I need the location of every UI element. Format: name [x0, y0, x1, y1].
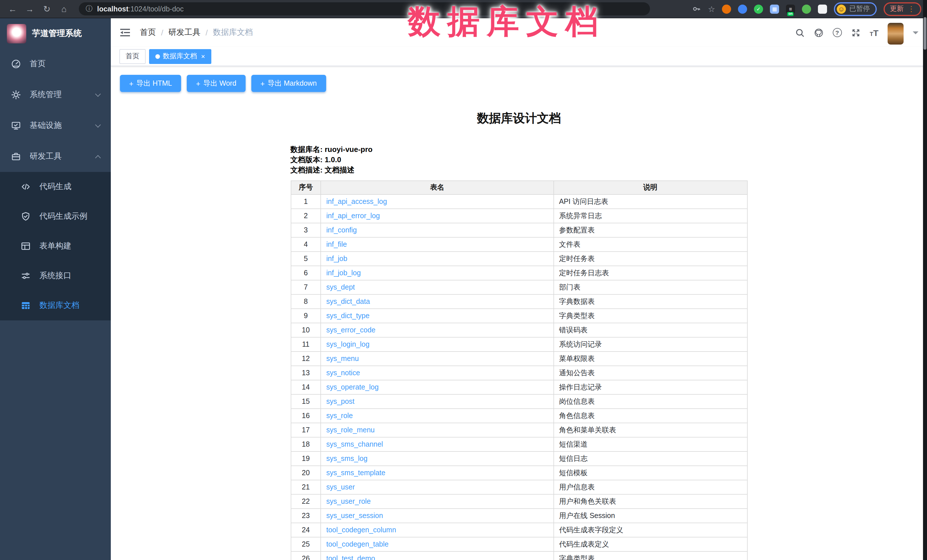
tag-active[interactable]: 数据库文档× — [149, 49, 211, 64]
profile-chip[interactable]: ☺ 已暂停 — [834, 2, 877, 16]
table-cell-name: sys_sms_log — [321, 451, 553, 466]
table-row: 5inf_job定时任务表 — [291, 252, 747, 266]
table-name-link[interactable]: sys_menu — [326, 355, 359, 363]
browser-forward-icon[interactable]: → — [23, 2, 36, 16]
ext-puzzle-icon[interactable] — [818, 4, 827, 14]
table-name-link[interactable]: sys_dict_data — [326, 297, 370, 305]
key-icon[interactable] — [693, 5, 701, 13]
sidebar-item-db-doc[interactable]: 数据库文档 — [0, 291, 111, 320]
sidebar-item-label: 数据库文档 — [40, 300, 100, 311]
sidebar-item-system-api[interactable]: 系统接口 — [0, 261, 111, 291]
table-name-link[interactable]: inf_api_access_log — [326, 197, 387, 206]
ext-blue-grid-icon[interactable]: ▦ — [770, 4, 779, 14]
toolbox-icon — [11, 151, 21, 162]
table-row: 20sys_sms_template短信模板 — [291, 466, 747, 480]
table-name-link[interactable]: inf_api_error_log — [326, 212, 380, 220]
ext-dark-on-icon[interactable]: ≡on — [786, 4, 795, 14]
sidebar-item-dev-tools[interactable]: 研发工具 — [0, 141, 111, 172]
export-button[interactable]: +导出 Markdown — [251, 75, 326, 92]
tag-item[interactable]: 首页 — [119, 49, 146, 64]
breadcrumb-item[interactable]: 研发工具 — [169, 27, 201, 38]
table-cell-seq: 7 — [291, 280, 321, 294]
sidebar-item-codegen-demo[interactable]: 代码生成示例 — [0, 202, 111, 231]
table-name-link[interactable]: sys_operate_log — [326, 383, 378, 391]
table-name-link[interactable]: sys_user — [326, 483, 355, 491]
table-cell-seq: 19 — [291, 451, 321, 466]
user-avatar[interactable] — [887, 23, 904, 44]
browser-home-icon[interactable]: ⌂ — [57, 2, 71, 16]
sidebar-item-home[interactable]: 首页 — [0, 49, 111, 79]
font-size-icon[interactable]: TT — [869, 28, 878, 37]
sidebar-item-system[interactable]: 系统管理 — [0, 79, 111, 110]
breadcrumb-item[interactable]: 首页 — [140, 27, 156, 38]
table-name-link[interactable]: sys_post — [326, 398, 354, 405]
table-name-link[interactable]: sys_sms_template — [326, 469, 385, 477]
table-cell-desc: 操作日志记录 — [553, 380, 747, 395]
browser-update-button[interactable]: 更新 ⋮ — [884, 2, 921, 16]
search-icon[interactable] — [795, 28, 804, 37]
table-cell-name: inf_api_error_log — [321, 209, 553, 223]
app-logo-row[interactable]: 芋道管理系统 — [0, 18, 111, 49]
export-button[interactable]: +导出 Word — [187, 75, 245, 92]
table-cell-name: sys_dict_type — [321, 309, 553, 323]
ext-blue-pin-icon[interactable] — [738, 4, 747, 14]
table-cell-seq: 25 — [291, 537, 321, 551]
table-name-link[interactable]: tool_codegen_table — [326, 540, 388, 548]
table-cell-desc: 用户在线 Session — [553, 508, 747, 523]
sidebar-item-label: 系统管理 — [30, 90, 87, 100]
ext-orange-icon[interactable] — [722, 4, 731, 14]
table-row: 19sys_sms_log短信日志 — [291, 451, 747, 466]
table-name-link[interactable]: sys_user_session — [326, 512, 383, 520]
ext-green-check-icon[interactable]: ✓ — [754, 4, 763, 14]
table-name-link[interactable]: tool_codegen_column — [326, 526, 396, 534]
table-name-link[interactable]: sys_sms_log — [326, 455, 368, 463]
breadcrumb: 首页/研发工具/数据库文档 — [140, 27, 253, 38]
gear-icon — [11, 90, 21, 100]
table-name-link[interactable]: sys_error_code — [326, 326, 375, 334]
table-name-link[interactable]: inf_job — [326, 255, 347, 263]
sidebar-item-form-build[interactable]: 表单构建 — [0, 231, 111, 261]
table-name-link[interactable]: sys_role_menu — [326, 426, 375, 434]
table-name-link[interactable]: sys_dept — [326, 283, 355, 291]
browser-back-icon[interactable]: ← — [6, 2, 20, 16]
table-name-link[interactable]: sys_dict_type — [326, 312, 369, 320]
user-menu-caret-icon[interactable] — [913, 31, 918, 34]
breadcrumb-separator: / — [161, 28, 163, 37]
table-name-link[interactable]: inf_file — [326, 240, 347, 249]
fullscreen-icon[interactable] — [851, 28, 860, 37]
table-name-link[interactable]: inf_job_log — [326, 269, 361, 277]
table-name-link[interactable]: sys_login_log — [326, 340, 369, 348]
table-row: 24tool_codegen_column代码生成表字段定义 — [291, 523, 747, 537]
export-button[interactable]: +导出 HTML — [120, 75, 181, 92]
table-cell-seq: 1 — [291, 194, 321, 209]
help-icon[interactable]: ? — [833, 28, 842, 37]
sidebar-collapse-icon[interactable] — [119, 27, 131, 38]
table-name-link[interactable]: sys_sms_channel — [326, 440, 383, 448]
address-bar[interactable]: ⓘ localhost:1024/tool/db-doc — [79, 2, 650, 15]
table-name-link[interactable]: sys_role — [326, 412, 353, 420]
breadcrumb-item: 数据库文档 — [213, 27, 253, 38]
table-cell-name: sys_sms_channel — [321, 437, 553, 451]
site-info-icon[interactable]: ⓘ — [86, 4, 93, 14]
table-cell-desc: 错误码表 — [553, 323, 747, 337]
bookmark-star-icon[interactable]: ☆ — [708, 4, 715, 14]
profile-emoji-icon: ☺ — [837, 4, 846, 14]
browser-scrollbar[interactable] — [923, 0, 927, 560]
table-name-link[interactable]: inf_config — [326, 226, 357, 234]
tag-close-icon[interactable]: × — [201, 53, 205, 60]
sidebar-item-codegen[interactable]: 代码生成 — [0, 172, 111, 202]
ext-green-leaf-icon[interactable] — [802, 4, 811, 14]
scrollbar-thumb[interactable] — [924, 17, 926, 50]
table-row: 7sys_dept部门表 — [291, 280, 747, 294]
table-row: 21sys_user用户信息表 — [291, 480, 747, 494]
table-name-link[interactable]: sys_notice — [326, 369, 360, 377]
browser-reload-icon[interactable]: ↻ — [40, 2, 54, 16]
github-icon[interactable] — [814, 28, 823, 37]
table-name-link[interactable]: tool_test_demo — [326, 555, 375, 560]
sidebar-item-infra[interactable]: 基础设施 — [0, 110, 111, 141]
browser-chrome: ← → ↻ ⌂ ⓘ localhost:1024/tool/db-doc ☆ ✓… — [0, 0, 927, 18]
table-cell-name: inf_api_access_log — [321, 194, 553, 209]
doc-meta-label: 文档描述: — [290, 165, 325, 174]
browser-menu-icon[interactable]: ⋮ — [907, 5, 915, 13]
table-name-link[interactable]: sys_user_role — [326, 498, 371, 505]
